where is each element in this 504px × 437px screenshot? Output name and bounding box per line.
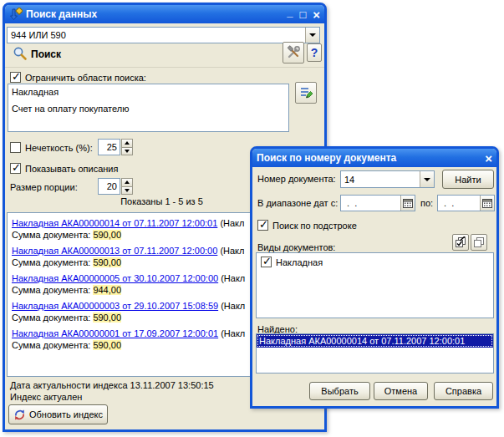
amount-highlight: 590,00 — [93, 257, 121, 267]
window2-client: Номер документа: 14 Найти В диапазоне да… — [252, 167, 496, 406]
minimize-icon[interactable]: _ — [287, 7, 293, 18]
date-to-field[interactable]: . . — [437, 195, 495, 211]
window2-title: Поиск по номеру документа — [257, 152, 481, 164]
result-tail: (Накл — [217, 246, 244, 256]
doc-number-dropdown-button[interactable] — [420, 171, 434, 187]
amount-highlight: 944,00 — [93, 285, 121, 295]
chevron-down-icon — [424, 178, 430, 181]
date-to-value[interactable]: . . — [438, 196, 480, 210]
query-dropdown-button[interactable] — [305, 28, 319, 43]
spin-up-button[interactable] — [121, 139, 133, 148]
found-listbox[interactable]: Накладная АКА00000014 от 07.11.2007 12:0… — [256, 333, 494, 373]
date-from-value[interactable]: . . — [341, 196, 400, 210]
toolbar-separator — [5, 67, 324, 68]
doc-type-label: Накладная — [276, 257, 323, 267]
date-to-calendar-button[interactable] — [480, 196, 494, 211]
window-doc-number-search: Поиск по номеру документа × Номер докуме… — [250, 146, 499, 409]
refresh-index-label: Обновить индекс — [29, 409, 103, 419]
window2-titlebar[interactable]: Поиск по номеру документа × — [252, 149, 496, 167]
amount-prefix: Сумма документа: — [12, 313, 93, 323]
refresh-icon — [13, 409, 26, 421]
amount-highlight: 590,00 — [93, 340, 121, 350]
result-link[interactable]: Накладная АКА00000001 от 17.09.2007 12:0… — [12, 328, 218, 338]
result-tail: (Накл — [218, 301, 245, 311]
spin-down-button[interactable] — [121, 148, 133, 156]
checkbox-icon[interactable] — [10, 72, 21, 83]
edit-areas-button[interactable] — [295, 82, 317, 104]
help-button2[interactable]: Справка — [434, 382, 493, 400]
amount-prefix: Сумма документа: — [12, 257, 93, 267]
find-button-label: Найти — [455, 175, 481, 185]
date-range-label: В диапазоне дат с: — [257, 198, 338, 208]
checkbox-icon[interactable] — [261, 257, 272, 267]
result-tail: (Накл — [218, 328, 245, 338]
find-button[interactable]: Найти — [442, 170, 494, 189]
show-descriptions-checkbox[interactable]: Показывать описания — [10, 163, 118, 174]
fuzzy-label: Нечеткость (%): — [25, 142, 93, 153]
found-item-selected[interactable]: Накладная АКА00000014 от 07.11.2007 12:0… — [257, 334, 493, 348]
help-button[interactable]: ? — [307, 43, 322, 62]
chevron-up-icon — [125, 141, 130, 145]
maximize-icon[interactable]: □ — [299, 9, 306, 20]
edit-list-icon — [298, 85, 313, 100]
date-to-label: по: — [420, 198, 433, 208]
result-tail: (Накл — [218, 273, 245, 283]
doc-type-checkbox-item[interactable]: Накладная — [261, 257, 492, 267]
fuzzy-spinner[interactable]: 25 — [98, 139, 133, 155]
result-link[interactable]: Накладная АКА00000013 от 07.11.2007 12:0… — [12, 246, 217, 256]
substring-search-checkbox[interactable]: Поиск по подстроке — [257, 220, 357, 231]
help-icon: ? — [311, 46, 318, 59]
calendar-icon — [403, 198, 413, 208]
doc-number-label: Номер документа: — [257, 174, 336, 184]
portion-size-value[interactable]: 20 — [98, 178, 120, 195]
doc-number-combobox[interactable]: 14 — [340, 170, 435, 188]
cancel-button[interactable]: Отмена — [374, 382, 428, 400]
fuzzy-value[interactable]: 25 — [98, 139, 120, 155]
portion-size-label: Размер порции: — [10, 182, 78, 192]
date-from-calendar-button[interactable] — [400, 196, 415, 211]
refresh-index-button[interactable]: Обновить индекс — [8, 404, 108, 424]
result-link[interactable]: Накладная АКА00000003 от 29.10.2007 15:0… — [12, 301, 218, 311]
window1-title: Поиск данных — [26, 8, 283, 20]
fuzzy-checkbox[interactable]: Нечеткость (%): — [10, 142, 93, 153]
close-icon[interactable]: × — [313, 9, 320, 20]
search-settings-button[interactable] — [283, 42, 304, 64]
search-query-combobox[interactable]: 944 ИЛИ 590 — [7, 27, 320, 43]
list-item[interactable]: Счет на оплату покупателю — [8, 103, 288, 114]
chevron-down-icon — [309, 33, 316, 37]
check-all-button[interactable] — [452, 234, 469, 251]
uncheck-all-icon — [473, 236, 485, 248]
index-date-label: Дата актуальности индекса 13.11.2007 13:… — [10, 380, 214, 390]
checkbox-icon[interactable] — [10, 142, 21, 153]
checkbox-icon[interactable] — [10, 163, 21, 174]
amount-prefix: Сумма документа: — [12, 285, 93, 295]
spin-up-button[interactable] — [121, 178, 133, 187]
search-section-label[interactable]: Поиск — [31, 48, 61, 60]
search-query-value[interactable]: 944 ИЛИ 590 — [8, 28, 305, 42]
amount-prefix: Сумма документа: — [12, 340, 93, 350]
list-item[interactable]: Накладная — [8, 86, 288, 98]
result-link[interactable]: Накладная АКА00000005 от 30.10.2007 12:0… — [12, 273, 218, 283]
result-tail: (Накл — [217, 218, 244, 228]
search-areas-listbox[interactable]: Накладная Счет на оплату покупателю — [8, 84, 289, 132]
doc-types-listbox[interactable]: Накладная — [256, 252, 494, 318]
select-button[interactable]: Выбрать — [309, 382, 370, 400]
portion-size-spinner[interactable]: 20 — [98, 178, 133, 195]
chevron-down-icon — [125, 150, 130, 153]
show-descriptions-label: Показывать описания — [25, 163, 118, 174]
doc-number-value[interactable]: 14 — [341, 173, 420, 186]
amount-highlight: 590,00 — [93, 230, 121, 240]
app-icon — [9, 8, 23, 21]
uncheck-all-button[interactable] — [471, 234, 487, 251]
limit-areas-label: Ограничить области поиска: — [25, 72, 146, 83]
amount-prefix: Сумма документа: — [12, 230, 93, 240]
chevron-down-icon — [125, 189, 130, 192]
result-link[interactable]: Накладная АКА00000014 от 07.11.2007 12:0… — [12, 218, 217, 228]
amount-highlight: 590,00 — [93, 313, 121, 323]
close-icon[interactable]: × — [485, 153, 492, 164]
date-from-field[interactable]: . . — [340, 195, 415, 211]
checkbox-icon[interactable] — [257, 220, 268, 231]
window1-titlebar[interactable]: Поиск данных _ □ × — [5, 5, 324, 23]
spin-down-button[interactable] — [121, 187, 133, 196]
limit-areas-checkbox[interactable]: Ограничить области поиска: — [10, 72, 146, 83]
